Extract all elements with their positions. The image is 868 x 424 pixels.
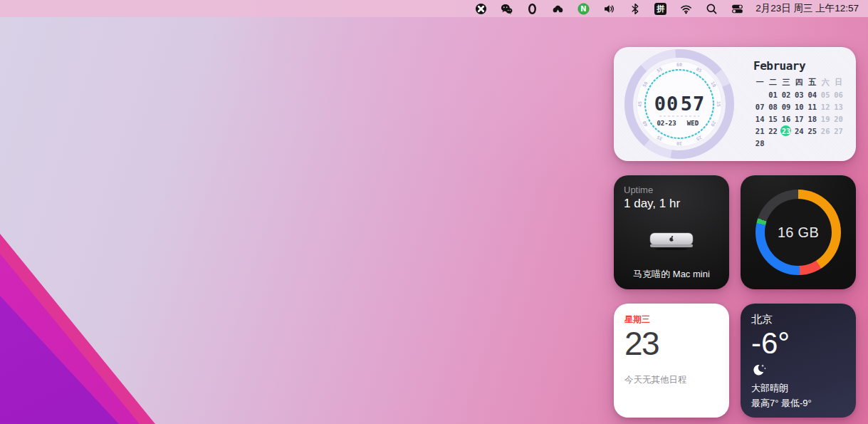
- dial-number: 30: [676, 140, 682, 146]
- calendar-today-cell: 23: [780, 125, 793, 137]
- calendar-day-number: 23: [624, 326, 718, 361]
- calendar-cell: 一: [753, 76, 766, 88]
- calendar-cell: 08: [766, 100, 779, 113]
- month-title: February: [753, 59, 850, 73]
- calendar-cell: 05: [819, 88, 832, 100]
- clock-calendar-widget[interactable]: 600510152025303540455055 00 57 02-23 WED…: [614, 47, 856, 161]
- calendar-weekday-label: 星期三: [624, 314, 718, 326]
- calendar-cell: 10: [793, 100, 805, 113]
- menu-bar-datetime[interactable]: 2月23日 周三 上午12:57: [755, 2, 859, 15]
- memory-widget[interactable]: 16 GB: [741, 175, 856, 289]
- clock-hour: 00: [654, 93, 679, 115]
- memory-ring-hole: 16 GB: [765, 199, 832, 266]
- calendar-cell: 04: [806, 88, 819, 100]
- weather-high-low: 最高7° 最低-9°: [751, 397, 812, 410]
- wechat-icon[interactable]: [501, 3, 513, 15]
- calendar-cell: [832, 137, 845, 149]
- calendar-cell: 24: [793, 125, 805, 137]
- calendar-cell: 03: [793, 88, 805, 100]
- calendar-cell: 17: [793, 113, 805, 125]
- calendar-cell: 25: [806, 125, 819, 137]
- calendar-cell: 06: [832, 88, 845, 100]
- calendar-cell: 五: [806, 76, 819, 88]
- month-calendar: February 一二三四五六日010203040506070809101112…: [753, 59, 850, 149]
- control-center-icon[interactable]: [731, 3, 743, 15]
- calendar-cell: [780, 137, 793, 149]
- calendar-cell: 14: [753, 113, 766, 125]
- calendar-cell: [793, 137, 805, 149]
- calendar-cell: 09: [780, 100, 793, 113]
- calendar-cell: 13: [832, 100, 845, 113]
- clock-dial: 600510152025303540455055 00 57 02-23 WED: [622, 47, 736, 161]
- calendar-cell: [806, 137, 819, 149]
- calendar-cell: 六: [819, 76, 832, 88]
- weather-widget[interactable]: 北京 -6° 大部晴朗 最高7° 最低-9°: [741, 304, 856, 418]
- oval-app-icon[interactable]: [526, 3, 538, 15]
- mac-mini-icon: [648, 231, 695, 251]
- today-calendar-widget[interactable]: 星期三 23 今天无其他日程: [614, 304, 729, 418]
- menu-bar-status-items: N 拼: [475, 0, 859, 17]
- volume-icon[interactable]: [603, 3, 615, 15]
- memory-total-label: 16 GB: [778, 224, 819, 241]
- cloud-app-icon[interactable]: [552, 3, 564, 15]
- dial-number: 45: [637, 101, 643, 107]
- weather-temperature: -6°: [751, 326, 845, 361]
- bluetooth-icon[interactable]: [629, 3, 641, 15]
- calendar-cell: [753, 88, 766, 100]
- calendar-cell: 三: [780, 76, 793, 88]
- calendar-cell: 20: [832, 113, 845, 125]
- weather-details: 大部晴朗 最高7° 最低-9°: [751, 363, 812, 410]
- calendar-cell: 07: [753, 100, 766, 113]
- uptime-title: Uptime: [624, 185, 719, 195]
- calendar-cell: 日: [832, 76, 845, 88]
- calendar-cell: 22: [766, 125, 779, 137]
- calendar-cell: 四: [793, 76, 805, 88]
- calendar-cell: 11: [806, 100, 819, 113]
- pinwheel-app-icon[interactable]: [475, 3, 487, 15]
- weather-city: 北京: [751, 313, 845, 326]
- clock-date: 02-23: [657, 120, 676, 127]
- calendar-cell: 12: [819, 100, 832, 113]
- input-method-pinyin-icon[interactable]: 拼: [654, 3, 666, 15]
- calendar-cell: [819, 137, 832, 149]
- uptime-widget[interactable]: Uptime 1 day, 1 hr 马克喵的 Mac mini: [614, 175, 729, 289]
- dial-number: 60: [676, 62, 682, 68]
- calendar-cell: 二: [766, 76, 779, 88]
- notification-center-widgets: 600510152025303540455055 00 57 02-23 WED…: [614, 47, 856, 418]
- calendar-cell: 26: [819, 125, 832, 137]
- calendar-cell: 01: [766, 88, 779, 100]
- clock-weekday: WED: [687, 120, 699, 127]
- calendar-cell: 21: [753, 125, 766, 137]
- uptime-value: 1 day, 1 hr: [624, 197, 719, 211]
- calendar-cell: 27: [832, 125, 845, 137]
- calendar-cell: 02: [780, 88, 793, 100]
- calendar-cell: 16: [780, 113, 793, 125]
- menu-bar: N 拼: [0, 0, 868, 17]
- memory-ring-chart: 16 GB: [755, 190, 841, 275]
- dial-number: 15: [716, 101, 721, 107]
- calendar-cell: 19: [819, 113, 832, 125]
- calendar-cell: 18: [806, 113, 819, 125]
- device-name: 马克喵的 Mac mini: [614, 268, 729, 281]
- calendar-no-events-note: 今天无其他日程: [624, 374, 687, 386]
- month-grid: 一二三四五六日010203040506070809101112131415161…: [753, 76, 850, 149]
- svg-text:N: N: [581, 5, 587, 13]
- clock-minute: 57: [681, 93, 706, 115]
- green-n-app-icon[interactable]: N: [577, 3, 590, 15]
- weather-condition: 大部晴朗: [751, 382, 812, 395]
- calendar-cell: 15: [766, 113, 779, 125]
- calendar-cell: [766, 137, 779, 149]
- spotlight-search-icon[interactable]: [706, 3, 718, 15]
- clear-night-moon-icon: [751, 363, 767, 378]
- wifi-icon[interactable]: [680, 3, 692, 15]
- calendar-cell: 28: [753, 137, 766, 149]
